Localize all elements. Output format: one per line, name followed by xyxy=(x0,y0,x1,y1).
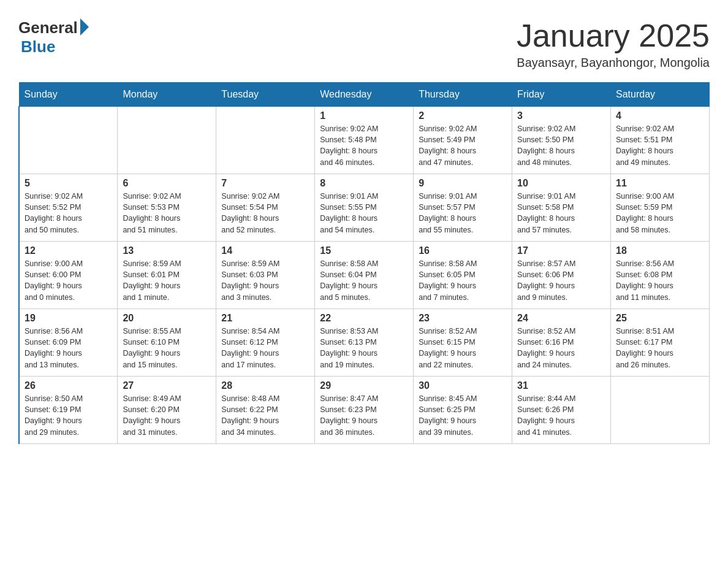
day-number: 24 xyxy=(517,313,605,324)
calendar-day-header-sunday: Sunday xyxy=(19,83,118,107)
day-number: 27 xyxy=(123,380,211,391)
day-info: Sunrise: 8:59 AM Sunset: 6:03 PM Dayligh… xyxy=(221,258,309,303)
day-info: Sunrise: 8:54 AM Sunset: 6:12 PM Dayligh… xyxy=(221,326,309,370)
day-info: Sunrise: 9:01 AM Sunset: 5:55 PM Dayligh… xyxy=(320,191,408,236)
day-number: 16 xyxy=(419,245,507,256)
day-info: Sunrise: 8:53 AM Sunset: 6:13 PM Dayligh… xyxy=(320,326,408,370)
day-info: Sunrise: 8:52 AM Sunset: 6:15 PM Dayligh… xyxy=(419,326,507,370)
calendar-cell xyxy=(118,107,216,174)
day-number: 31 xyxy=(517,380,605,391)
day-info: Sunrise: 8:52 AM Sunset: 6:16 PM Dayligh… xyxy=(517,326,605,370)
logo-blue-text: Blue xyxy=(21,37,55,56)
day-number: 17 xyxy=(517,245,605,256)
day-info: Sunrise: 9:01 AM Sunset: 5:58 PM Dayligh… xyxy=(517,191,605,236)
day-number: 5 xyxy=(25,178,112,189)
month-title: January 2025 xyxy=(517,18,710,53)
calendar-cell: 16Sunrise: 8:58 AM Sunset: 6:05 PM Dayli… xyxy=(414,242,512,309)
calendar-cell: 31Sunrise: 8:44 AM Sunset: 6:26 PM Dayli… xyxy=(512,377,611,444)
calendar-week-row-5: 26Sunrise: 8:50 AM Sunset: 6:19 PM Dayli… xyxy=(19,377,710,444)
calendar-cell: 13Sunrise: 8:59 AM Sunset: 6:01 PM Dayli… xyxy=(118,242,216,309)
calendar-cell: 2Sunrise: 9:02 AM Sunset: 5:49 PM Daylig… xyxy=(414,107,512,174)
day-info: Sunrise: 8:47 AM Sunset: 6:23 PM Dayligh… xyxy=(320,393,408,438)
day-number: 18 xyxy=(616,245,704,256)
day-info: Sunrise: 9:02 AM Sunset: 5:48 PM Dayligh… xyxy=(320,123,408,168)
day-info: Sunrise: 8:50 AM Sunset: 6:19 PM Dayligh… xyxy=(25,393,112,438)
logo-arrow-icon xyxy=(80,18,89,36)
day-info: Sunrise: 8:55 AM Sunset: 6:10 PM Dayligh… xyxy=(123,326,211,370)
calendar-cell: 18Sunrise: 8:56 AM Sunset: 6:08 PM Dayli… xyxy=(611,242,710,309)
day-info: Sunrise: 9:02 AM Sunset: 5:52 PM Dayligh… xyxy=(25,191,112,236)
calendar-cell: 27Sunrise: 8:49 AM Sunset: 6:20 PM Dayli… xyxy=(118,377,216,444)
day-number: 21 xyxy=(221,313,309,324)
calendar-cell: 29Sunrise: 8:47 AM Sunset: 6:23 PM Dayli… xyxy=(315,377,414,444)
day-number: 3 xyxy=(517,110,605,121)
day-info: Sunrise: 9:02 AM Sunset: 5:50 PM Dayligh… xyxy=(517,123,605,168)
day-info: Sunrise: 8:56 AM Sunset: 6:09 PM Dayligh… xyxy=(25,326,112,370)
day-info: Sunrise: 9:02 AM Sunset: 5:51 PM Dayligh… xyxy=(616,123,704,168)
calendar-day-header-wednesday: Wednesday xyxy=(315,83,414,107)
calendar-cell: 30Sunrise: 8:45 AM Sunset: 6:25 PM Dayli… xyxy=(414,377,512,444)
day-info: Sunrise: 8:58 AM Sunset: 6:04 PM Dayligh… xyxy=(320,258,408,303)
day-number: 8 xyxy=(320,178,408,189)
calendar-cell: 21Sunrise: 8:54 AM Sunset: 6:12 PM Dayli… xyxy=(216,309,315,377)
calendar-cell xyxy=(19,107,118,174)
calendar-cell: 12Sunrise: 9:00 AM Sunset: 6:00 PM Dayli… xyxy=(19,242,118,309)
calendar-cell: 26Sunrise: 8:50 AM Sunset: 6:19 PM Dayli… xyxy=(19,377,118,444)
calendar-cell xyxy=(611,377,710,444)
calendar-cell: 8Sunrise: 9:01 AM Sunset: 5:55 PM Daylig… xyxy=(315,174,414,242)
logo-general-text: General xyxy=(18,18,78,37)
day-info: Sunrise: 8:56 AM Sunset: 6:08 PM Dayligh… xyxy=(616,258,704,303)
day-info: Sunrise: 8:48 AM Sunset: 6:22 PM Dayligh… xyxy=(221,393,309,438)
day-number: 23 xyxy=(419,313,507,324)
day-number: 28 xyxy=(221,380,309,391)
calendar-cell: 14Sunrise: 8:59 AM Sunset: 6:03 PM Dayli… xyxy=(216,242,315,309)
day-number: 13 xyxy=(123,245,211,256)
calendar-cell: 17Sunrise: 8:57 AM Sunset: 6:06 PM Dayli… xyxy=(512,242,611,309)
calendar-cell: 28Sunrise: 8:48 AM Sunset: 6:22 PM Dayli… xyxy=(216,377,315,444)
calendar-day-header-saturday: Saturday xyxy=(611,83,710,107)
calendar-cell: 6Sunrise: 9:02 AM Sunset: 5:53 PM Daylig… xyxy=(118,174,216,242)
day-info: Sunrise: 8:58 AM Sunset: 6:05 PM Dayligh… xyxy=(419,258,507,303)
location-subtitle: Bayansayr, Bayanhongor, Mongolia xyxy=(517,56,710,70)
calendar-day-header-friday: Friday xyxy=(512,83,611,107)
day-info: Sunrise: 9:00 AM Sunset: 6:00 PM Dayligh… xyxy=(25,258,112,303)
calendar-table: SundayMondayTuesdayWednesdayThursdayFrid… xyxy=(18,82,710,444)
day-info: Sunrise: 8:59 AM Sunset: 6:01 PM Dayligh… xyxy=(123,258,211,303)
day-info: Sunrise: 9:01 AM Sunset: 5:57 PM Dayligh… xyxy=(419,191,507,236)
day-number: 22 xyxy=(320,313,408,324)
calendar-cell: 3Sunrise: 9:02 AM Sunset: 5:50 PM Daylig… xyxy=(512,107,611,174)
calendar-cell: 1Sunrise: 9:02 AM Sunset: 5:48 PM Daylig… xyxy=(315,107,414,174)
calendar-cell: 10Sunrise: 9:01 AM Sunset: 5:58 PM Dayli… xyxy=(512,174,611,242)
day-number: 20 xyxy=(123,313,211,324)
day-number: 25 xyxy=(616,313,704,324)
calendar-cell: 9Sunrise: 9:01 AM Sunset: 5:57 PM Daylig… xyxy=(414,174,512,242)
calendar-cell: 5Sunrise: 9:02 AM Sunset: 5:52 PM Daylig… xyxy=(19,174,118,242)
day-info: Sunrise: 8:49 AM Sunset: 6:20 PM Dayligh… xyxy=(123,393,211,438)
day-info: Sunrise: 8:57 AM Sunset: 6:06 PM Dayligh… xyxy=(517,258,605,303)
day-number: 12 xyxy=(25,245,112,256)
day-info: Sunrise: 9:02 AM Sunset: 5:53 PM Dayligh… xyxy=(123,191,211,236)
calendar-week-row-1: 1Sunrise: 9:02 AM Sunset: 5:48 PM Daylig… xyxy=(19,107,710,174)
calendar-cell: 11Sunrise: 9:00 AM Sunset: 5:59 PM Dayli… xyxy=(611,174,710,242)
day-info: Sunrise: 8:44 AM Sunset: 6:26 PM Dayligh… xyxy=(517,393,605,438)
day-number: 30 xyxy=(419,380,507,391)
day-number: 2 xyxy=(419,110,507,121)
day-number: 9 xyxy=(419,178,507,189)
day-number: 1 xyxy=(320,110,408,121)
day-info: Sunrise: 8:45 AM Sunset: 6:25 PM Dayligh… xyxy=(419,393,507,438)
day-number: 14 xyxy=(221,245,309,256)
calendar-cell: 19Sunrise: 8:56 AM Sunset: 6:09 PM Dayli… xyxy=(19,309,118,377)
page-header: General Blue January 2025 Bayansayr, Bay… xyxy=(18,18,710,70)
title-block: January 2025 Bayansayr, Bayanhongor, Mon… xyxy=(517,18,710,70)
calendar-day-header-thursday: Thursday xyxy=(414,83,512,107)
calendar-cell: 25Sunrise: 8:51 AM Sunset: 6:17 PM Dayli… xyxy=(611,309,710,377)
calendar-cell: 22Sunrise: 8:53 AM Sunset: 6:13 PM Dayli… xyxy=(315,309,414,377)
day-number: 29 xyxy=(320,380,408,391)
day-number: 4 xyxy=(616,110,704,121)
day-number: 6 xyxy=(123,178,211,189)
calendar-header-row: SundayMondayTuesdayWednesdayThursdayFrid… xyxy=(19,83,710,107)
calendar-week-row-4: 19Sunrise: 8:56 AM Sunset: 6:09 PM Dayli… xyxy=(19,309,710,377)
day-number: 10 xyxy=(517,178,605,189)
calendar-cell: 24Sunrise: 8:52 AM Sunset: 6:16 PM Dayli… xyxy=(512,309,611,377)
day-info: Sunrise: 9:02 AM Sunset: 5:49 PM Dayligh… xyxy=(419,123,507,168)
